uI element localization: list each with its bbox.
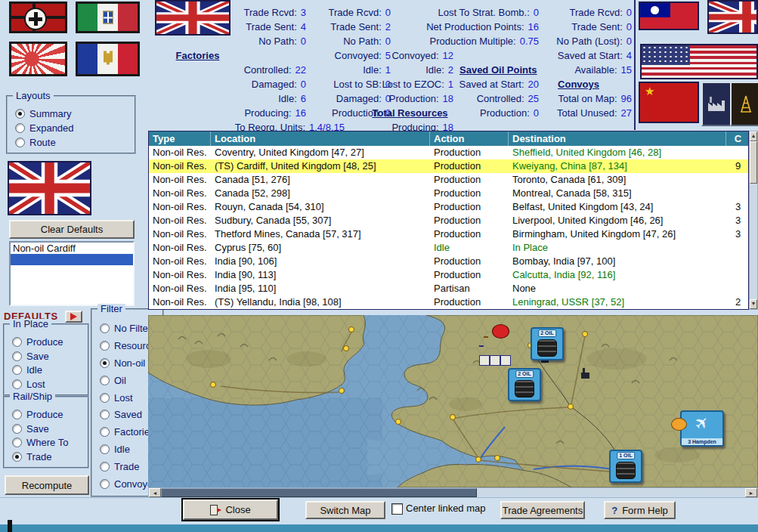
- stat-label: Lost to EZOC:: [382, 79, 444, 90]
- unit-counter[interactable]: [490, 355, 500, 366]
- uk-flag-partial[interactable]: [707, 0, 758, 34]
- in-place-radio[interactable]: Save: [12, 349, 85, 363]
- header-action[interactable]: Action: [430, 131, 509, 146]
- recompute-label: Recompute: [22, 480, 72, 491]
- radio-icon: [100, 427, 110, 437]
- unit-counter[interactable]: [484, 336, 488, 338]
- table-row[interactable]: Non-oil Res. Sudbury, Canada [55, 307] P…: [149, 214, 748, 227]
- unit-counter[interactable]: [671, 418, 687, 431]
- unit-counter[interactable]: [492, 324, 509, 339]
- oil-resource-unit[interactable]: 2 OIL: [508, 368, 541, 401]
- close-button[interactable]: Close: [183, 500, 278, 520]
- switch-map-button[interactable]: Switch Map: [305, 501, 385, 519]
- table-row[interactable]: Non-oil Res. Coventry, United Kingdom [4…: [149, 146, 748, 159]
- clear-defaults-button[interactable]: Clear Defaults: [9, 220, 135, 239]
- oil-unit-label: 2 OIL: [515, 370, 534, 378]
- air-unit[interactable]: ✈ 3 Hampden: [680, 410, 724, 447]
- header-destination[interactable]: Destination: [509, 131, 726, 146]
- list-item[interactable]: Non-oil Cardiff: [11, 243, 133, 254]
- header-c[interactable]: C: [726, 131, 748, 146]
- scroll-down-icon[interactable]: ▼: [750, 299, 757, 309]
- in-place-radio[interactable]: Idle: [12, 363, 85, 378]
- table-row[interactable]: Non-oil Res. (TS) Cardiff, United Kingdo…: [149, 159, 748, 173]
- map-viewport[interactable]: 2 OIL 2 OIL 1 OIL ✈ 3 Hampden: [148, 315, 758, 487]
- vichy-france-flag[interactable]: [76, 42, 140, 76]
- in-place-radio[interactable]: Lost: [12, 377, 85, 391]
- recompute-button[interactable]: Recompute: [5, 475, 89, 495]
- defaults-arrow-button[interactable]: [65, 311, 82, 323]
- taiwan-flag[interactable]: [639, 2, 699, 30]
- stat-value: 0: [385, 36, 391, 47]
- cell-action: Production: [430, 173, 509, 187]
- stat-label: Lost To Strat. Bomb.:: [438, 7, 530, 18]
- factory-icon-button[interactable]: [701, 82, 732, 126]
- layout-radio[interactable]: Summary: [15, 107, 132, 121]
- uk-flag-art: [709, 2, 758, 32]
- stat-value: 16: [295, 107, 306, 119]
- center-linked-map-checkbox[interactable]: [391, 503, 403, 515]
- stat-value: 5: [385, 50, 391, 61]
- scroll-left-icon[interactable]: ◄: [149, 488, 161, 497]
- layouts-group: Layouts Summary Expanded Route: [6, 95, 136, 154]
- header-location[interactable]: Location: [211, 131, 430, 146]
- oil-resource-unit[interactable]: 2 OIL: [531, 327, 564, 360]
- cell-type: Non-oil Res.: [149, 282, 211, 295]
- radio-icon: [15, 123, 25, 133]
- cell-action: Idle: [430, 241, 509, 255]
- japan-war-flag[interactable]: [9, 42, 67, 76]
- scrollbar-thumb[interactable]: [750, 141, 757, 184]
- cell-type: Non-oil Res.: [149, 268, 211, 282]
- center-linked-map-label: Center linked map: [406, 503, 486, 514]
- radio-icon: [100, 358, 110, 368]
- trade-agreements-button[interactable]: Trade Agreements: [500, 501, 585, 519]
- radio-icon: [100, 376, 110, 385]
- rail-ship-radio[interactable]: Where To: [12, 436, 85, 450]
- stat-value: 0: [385, 107, 391, 119]
- oil-derrick-icon-button[interactable]: [730, 82, 758, 126]
- oil-unit-label: 2 OIL: [538, 329, 556, 337]
- stat-item: Damaged:0: [148, 77, 306, 91]
- table-row[interactable]: Non-oil Res. Cyprus [75, 60] Idle In Pla…: [149, 241, 748, 255]
- agreement-listbox[interactable]: Non-oil Cardiff: [9, 241, 135, 306]
- layout-radio[interactable]: Expanded: [15, 121, 132, 135]
- table-row[interactable]: Non-oil Res. Canada [52, 298] Production…: [149, 187, 748, 200]
- cell-location: Thetford Mines, Canada [57, 317]: [211, 227, 430, 241]
- us-flag[interactable]: [640, 44, 758, 79]
- rail-ship-radio[interactable]: Trade: [12, 450, 85, 464]
- table-row[interactable]: Non-oil Res. Thetford Mines, Canada [57,…: [149, 227, 748, 241]
- list-item[interactable]: [11, 254, 133, 265]
- map-scrollbar[interactable]: ◄ ►: [148, 487, 758, 498]
- table-row[interactable]: Non-oil Res. Canada [51, 276] Production…: [149, 173, 748, 187]
- radio-label: Save: [26, 423, 49, 435]
- header-type[interactable]: Type: [149, 131, 211, 146]
- stat-item: Trade Rcvd:0: [491, 5, 632, 20]
- cell-convoy: [726, 268, 748, 282]
- stat-label: Total Resources: [372, 107, 447, 119]
- unit-counter[interactable]: [500, 355, 511, 366]
- rail-ship-radio[interactable]: Produce: [12, 407, 85, 422]
- uk-flag[interactable]: [155, 0, 230, 36]
- table-scrollbar[interactable]: ▲ ▼: [749, 131, 758, 310]
- stat-label: No Path:: [343, 36, 382, 47]
- stat-item: Producing:16: [148, 106, 306, 120]
- italy-flag[interactable]: [76, 2, 140, 33]
- table-row[interactable]: Non-oil Res. (TS) Yellandu, India [98, 1…: [149, 295, 748, 309]
- stat-label: Idle:: [278, 93, 297, 104]
- layout-radio[interactable]: Route: [15, 135, 132, 150]
- table-row[interactable]: Non-oil Res. Rouyn, Canada [54, 310] Pro…: [149, 200, 748, 214]
- ussr-flag[interactable]: ★: [639, 82, 699, 123]
- table-row[interactable]: Non-oil Res. India [90, 113] Production …: [149, 268, 748, 282]
- scroll-up-icon[interactable]: ▲: [750, 131, 757, 141]
- germany-war-flag[interactable]: [9, 2, 67, 33]
- unit-counter[interactable]: [479, 355, 490, 366]
- table-row[interactable]: Non-oil Res. India [95, 110] Partisan No…: [149, 282, 748, 295]
- in-place-radio[interactable]: Produce: [12, 335, 85, 349]
- unit-counter[interactable]: [479, 345, 484, 347]
- form-help-button[interactable]: ? Form Help: [604, 501, 676, 519]
- oil-resource-unit[interactable]: 1 OIL: [609, 450, 642, 483]
- scrollbar-thumb[interactable]: [161, 488, 477, 497]
- scroll-right-icon[interactable]: ►: [745, 488, 757, 497]
- table-row[interactable]: Non-oil Res. India [90, 106] Production …: [149, 255, 748, 268]
- stat-item: Convoyed:5: [306, 48, 391, 63]
- rail-ship-radio[interactable]: Save: [12, 422, 85, 436]
